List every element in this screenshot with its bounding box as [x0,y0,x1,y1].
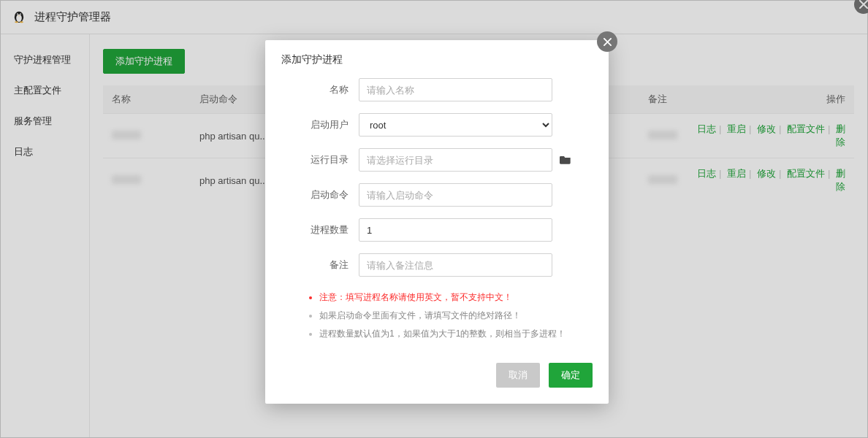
label-remark: 备注 [289,258,359,272]
label-dir: 运行目录 [289,153,359,166]
add-process-modal: 添加守护进程 名称 启动用户 root 运行目录 启动命令 进程数量 [265,40,609,404]
user-select[interactable]: root [359,113,552,137]
name-input[interactable] [359,78,552,101]
cancel-button[interactable]: 取消 [496,363,540,388]
tips-list: 注意：填写进程名称请使用英文，暂不支持中文！ 如果启动命令里面有文件，请填写文件… [311,288,585,344]
label-command: 启动命令 [289,188,359,201]
label-user: 启动用户 [289,118,359,131]
tip-item: 如果启动命令里面有文件，请填写文件的绝对路径！ [319,307,585,325]
remark-input[interactable] [359,253,552,277]
command-input[interactable] [359,183,552,207]
count-input[interactable] [359,218,552,242]
label-count: 进程数量 [289,223,359,237]
folder-icon[interactable] [560,154,571,166]
tip-item: 注意：填写进程名称请使用英文，暂不支持中文！ [319,288,585,307]
tip-item: 进程数量默认值为1，如果值为大于1的整数，则相当于多进程！ [319,325,585,343]
modal-close-button[interactable] [597,31,617,52]
dir-input[interactable] [359,148,552,172]
modal-title: 添加守护进程 [265,40,609,74]
confirm-button[interactable]: 确定 [549,363,593,388]
label-name: 名称 [289,83,359,96]
